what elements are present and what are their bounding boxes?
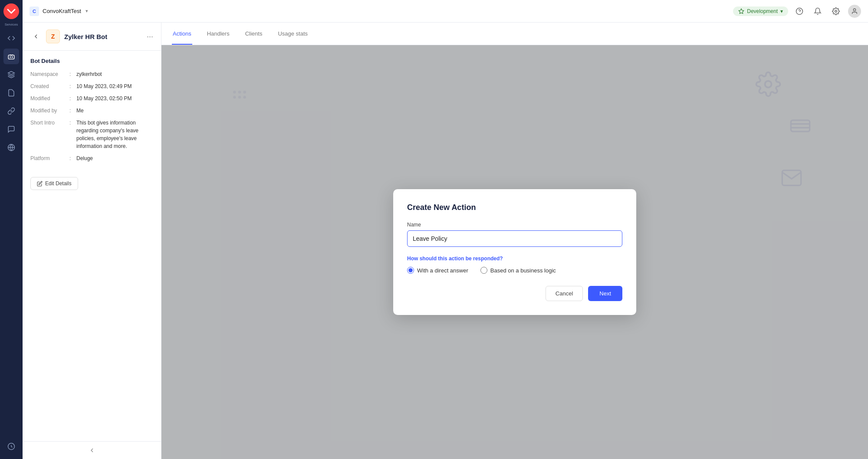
- name-form-group: Name: [407, 222, 622, 247]
- detail-colon-short-intro: :: [69, 119, 76, 150]
- radio-direct-label: With a direct answer: [417, 267, 468, 274]
- workspace-name: ConvoKraftTest: [43, 8, 81, 14]
- detail-created: Created : 10 May 2023, 02:49 PM: [30, 82, 153, 90]
- settings-icon[interactable]: [830, 5, 842, 17]
- tab-handlers[interactable]: Handlers: [206, 23, 230, 45]
- svg-point-3: [12, 57, 13, 58]
- detail-label-modified: Modified: [30, 95, 69, 102]
- edit-details-label: Edit Details: [45, 180, 72, 187]
- tab-usage-stats[interactable]: Usage stats: [277, 23, 309, 45]
- radio-business-logic[interactable]: Based on a business logic: [480, 267, 556, 274]
- workspace-badge: C: [30, 7, 39, 16]
- detail-colon-namespace: :: [69, 70, 76, 78]
- sidebar-collapse-button[interactable]: [23, 441, 161, 459]
- tabs-bar: Actions Handlers Clients Usage stats: [161, 23, 868, 45]
- sidebar-header: Z Zylker HR Bot ···: [23, 23, 161, 51]
- name-input[interactable]: [407, 230, 622, 247]
- detail-colon-modified-by: :: [69, 107, 76, 115]
- nav-icon-assistant[interactable]: [3, 439, 19, 454]
- top-bar: C ConvoKraftTest ▾ Development ▾: [23, 0, 868, 23]
- detail-colon-modified: :: [69, 95, 76, 102]
- environment-name: Development: [747, 8, 778, 14]
- nav-icon-code[interactable]: [3, 30, 19, 46]
- detail-value-platform: Deluge: [76, 154, 153, 162]
- nav-icon-chat[interactable]: [3, 121, 19, 137]
- svg-point-0: [3, 3, 19, 19]
- detail-value-namespace: zylkerhrbot: [76, 70, 153, 78]
- modal-title: Create New Action: [407, 203, 622, 212]
- detail-label-platform: Platform: [30, 154, 69, 162]
- nav-icon-bot[interactable]: [3, 49, 19, 64]
- app-logo[interactable]: [3, 3, 19, 19]
- environment-badge[interactable]: Development ▾: [733, 7, 788, 16]
- nav-bar: Services: [0, 0, 23, 459]
- create-action-modal: Create New Action Name How should this a…: [393, 189, 636, 315]
- services-label: Services: [5, 23, 18, 26]
- response-question: How should this action be responded?: [407, 256, 622, 262]
- workspace-dropdown-icon[interactable]: ▾: [85, 8, 88, 14]
- detail-modified: Modified : 10 May 2023, 02:50 PM: [30, 95, 153, 102]
- user-avatar[interactable]: [848, 5, 861, 18]
- detail-colon-created: :: [69, 82, 76, 90]
- radio-group: With a direct answer Based on a business…: [407, 267, 622, 274]
- response-form-group: How should this action be responded? Wit…: [407, 256, 622, 274]
- back-button[interactable]: [30, 31, 42, 42]
- nav-icon-globe[interactable]: [3, 140, 19, 155]
- cancel-button[interactable]: Cancel: [546, 286, 583, 301]
- detail-label-namespace: Namespace: [30, 70, 69, 78]
- svg-marker-8: [739, 9, 744, 13]
- help-icon[interactable]: [793, 5, 806, 17]
- main-content: Actions Handlers Clients Usage stats: [161, 23, 868, 459]
- detail-value-short-intro: This bot gives information regarding com…: [76, 119, 153, 150]
- modal-footer: Cancel Next: [407, 286, 622, 301]
- more-options-icon[interactable]: ···: [147, 32, 153, 41]
- nav-icon-puzzle[interactable]: [3, 85, 19, 101]
- content-area: Z Zylker HR Bot ··· Bot Details Namespac…: [23, 23, 868, 459]
- main-area: C ConvoKraftTest ▾ Development ▾: [23, 0, 868, 459]
- detail-value-created: 10 May 2023, 02:49 PM: [76, 82, 153, 90]
- top-bar-right: [793, 5, 861, 18]
- page-body: An Action is an ability or a task that t…: [161, 45, 868, 459]
- radio-direct-input[interactable]: [407, 267, 414, 274]
- detail-value-modified: 10 May 2023, 02:50 PM: [76, 95, 153, 102]
- tab-clients[interactable]: Clients: [244, 23, 263, 45]
- bot-details-section: Bot Details Namespace : zylkerhrbot Crea…: [23, 51, 161, 174]
- bell-icon[interactable]: [812, 5, 824, 17]
- detail-colon-platform: :: [69, 154, 76, 162]
- sidebar: Z Zylker HR Bot ··· Bot Details Namespac…: [23, 23, 161, 459]
- svg-point-2: [10, 57, 11, 58]
- environment-dropdown-icon[interactable]: ▾: [780, 8, 783, 14]
- edit-details-button[interactable]: Edit Details: [30, 177, 78, 190]
- bot-avatar: Z: [46, 30, 60, 43]
- radio-business-label: Based on a business logic: [490, 267, 556, 274]
- top-bar-left: C ConvoKraftTest ▾: [30, 7, 728, 16]
- svg-point-12: [853, 9, 855, 11]
- detail-modified-by: Modified by : Me: [30, 107, 153, 115]
- detail-namespace: Namespace : zylkerhrbot: [30, 70, 153, 78]
- radio-business-input[interactable]: [480, 267, 487, 274]
- detail-label-short-intro: Short Intro: [30, 119, 69, 150]
- bot-name: Zylker HR Bot: [64, 33, 107, 40]
- modal-overlay: Create New Action Name How should this a…: [161, 45, 868, 459]
- detail-short-intro: Short Intro : This bot gives information…: [30, 119, 153, 150]
- nav-icon-link[interactable]: [3, 103, 19, 119]
- detail-value-modified-by: Me: [76, 107, 153, 115]
- tab-actions[interactable]: Actions: [172, 23, 192, 45]
- svg-point-11: [835, 10, 837, 12]
- nav-icon-layers[interactable]: [3, 67, 19, 82]
- detail-platform: Platform : Deluge: [30, 154, 153, 162]
- next-button[interactable]: Next: [588, 286, 622, 301]
- radio-direct-answer[interactable]: With a direct answer: [407, 267, 468, 274]
- svg-marker-4: [8, 72, 15, 75]
- bot-details-title: Bot Details: [30, 58, 153, 64]
- detail-label-created: Created: [30, 82, 69, 90]
- name-label: Name: [407, 222, 622, 228]
- detail-label-modified-by: Modified by: [30, 107, 69, 115]
